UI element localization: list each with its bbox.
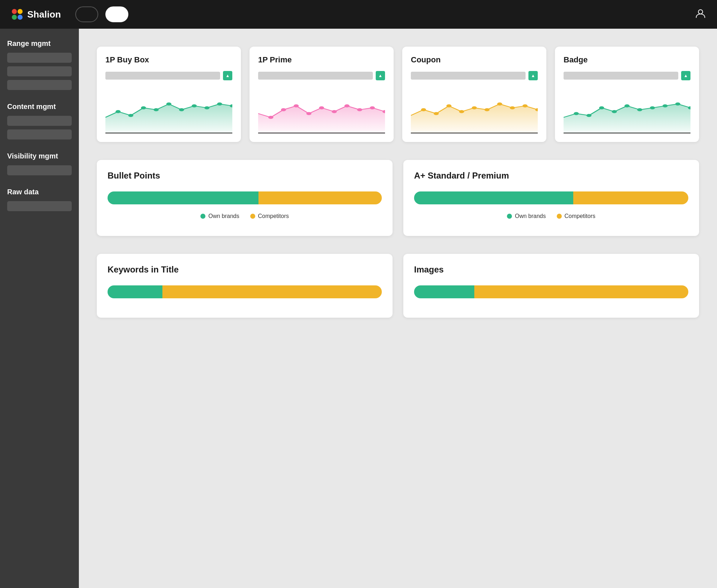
card-keywords-title-label: Keywords in Title	[108, 265, 382, 275]
sidebar-section-visibility: Visibility mgmt	[7, 152, 72, 175]
svg-point-0	[12, 9, 17, 14]
card-coupon-title: Coupon	[411, 55, 538, 65]
wide-section-row2: Keywords in Title Images	[97, 254, 699, 318]
sidebar-item-content-1[interactable]	[7, 116, 72, 126]
card-1p-prime-title: 1P Prime	[258, 55, 385, 65]
sidebar-item-raw-1[interactable]	[7, 201, 72, 211]
card-badge-arrow: ▲	[681, 71, 690, 80]
a-plus-own-dot	[507, 214, 512, 219]
card-1p-buy-box-bar-fill	[105, 72, 191, 80]
card-1p-buy-box-title: 1P Buy Box	[105, 55, 232, 65]
card-badge: Badge ▲	[555, 47, 699, 142]
sidebar: Range mgmt Content mgmt Visibility mgmt …	[0, 29, 79, 588]
a-plus-own-label: Own brands	[515, 213, 546, 219]
card-badge-bar-container: ▲	[564, 71, 690, 80]
logo-icon	[11, 8, 24, 21]
svg-point-7	[141, 106, 146, 109]
svg-point-32	[510, 106, 515, 109]
sidebar-item-content-2[interactable]	[7, 129, 72, 139]
svg-point-41	[650, 106, 655, 109]
card-1p-prime: 1P Prime ▲	[250, 47, 394, 142]
sidebar-item-range-3[interactable]	[7, 80, 72, 90]
card-coupon-bar-bg	[411, 72, 526, 80]
sidebar-item-range-1[interactable]	[7, 53, 72, 63]
svg-point-22	[357, 108, 362, 112]
svg-point-26	[434, 112, 439, 115]
a-plus-comp-label: Competitors	[565, 213, 595, 219]
card-1p-prime-bar-bg	[258, 72, 373, 80]
card-badge-bar-bg	[564, 72, 678, 80]
svg-point-30	[484, 108, 489, 112]
card-images: Images	[403, 254, 699, 318]
card-a-plus: A+ Standard / Premium Own brands Co	[403, 160, 699, 236]
card-1p-buy-box-chart	[105, 87, 232, 133]
svg-point-9	[166, 103, 171, 106]
sidebar-item-visibility-1[interactable]	[7, 165, 72, 175]
svg-point-1	[18, 9, 23, 14]
bullet-points-progress: Own brands Competitors	[108, 191, 382, 219]
svg-point-27	[446, 104, 451, 108]
bullet-points-legend: Own brands Competitors	[108, 213, 382, 219]
user-avatar-icon	[695, 8, 706, 19]
svg-point-11	[192, 104, 197, 108]
svg-point-6	[128, 114, 133, 117]
sidebar-title-content: Content mgmt	[7, 103, 72, 111]
logo: Shalion	[11, 8, 61, 21]
card-1p-buy-box-arrow: ▲	[223, 71, 232, 80]
a-plus-legend-own: Own brands	[507, 213, 546, 219]
svg-point-16	[281, 108, 286, 112]
sidebar-section-range: Range mgmt	[7, 39, 72, 90]
a-plus-progress: Own brands Competitors	[414, 191, 688, 219]
svg-point-18	[307, 112, 312, 115]
metric-cards-row: 1P Buy Box ▲	[97, 47, 699, 142]
keywords-progress	[108, 285, 382, 298]
svg-point-15	[268, 116, 273, 119]
card-coupon-bar-fill	[411, 72, 491, 80]
svg-point-17	[294, 104, 299, 108]
svg-point-42	[663, 104, 668, 108]
card-coupon-bar-container: ▲	[411, 71, 538, 80]
card-keywords-title: Keywords in Title	[97, 254, 393, 318]
images-progress	[414, 285, 688, 298]
header-btn-1[interactable]	[75, 6, 98, 22]
competitors-dot	[250, 214, 255, 219]
card-badge-title: Badge	[564, 55, 690, 65]
own-brands-dot	[200, 214, 205, 219]
svg-point-3	[18, 15, 23, 20]
svg-point-31	[497, 103, 502, 106]
card-a-plus-title: A+ Standard / Premium	[414, 171, 688, 181]
svg-point-36	[587, 114, 592, 117]
svg-point-40	[637, 108, 642, 112]
svg-point-19	[319, 106, 324, 109]
svg-point-37	[599, 106, 604, 109]
svg-point-35	[574, 112, 579, 115]
card-1p-prime-bar-fill	[258, 72, 341, 80]
card-images-title: Images	[414, 265, 688, 275]
sidebar-title-raw: Raw data	[7, 188, 72, 196]
card-1p-buy-box: 1P Buy Box ▲	[97, 47, 241, 142]
bullet-points-legend-comp: Competitors	[250, 213, 289, 219]
svg-point-23	[370, 106, 375, 109]
svg-point-39	[625, 104, 630, 108]
svg-point-13	[217, 103, 222, 106]
a-plus-legend: Own brands Competitors	[414, 213, 688, 219]
sidebar-title-visibility: Visibility mgmt	[7, 152, 72, 160]
card-coupon-chart	[411, 87, 538, 133]
header: Shalion	[0, 0, 717, 29]
logo-text: Shalion	[27, 9, 61, 20]
svg-point-38	[612, 110, 617, 113]
user-icon[interactable]	[695, 8, 706, 22]
own-brands-label: Own brands	[208, 213, 239, 219]
a-plus-legend-comp: Competitors	[557, 213, 595, 219]
card-1p-buy-box-bar-container: ▲	[105, 71, 232, 80]
sidebar-item-range-2[interactable]	[7, 66, 72, 76]
header-btn-2[interactable]	[105, 6, 128, 22]
svg-point-5	[115, 110, 120, 113]
svg-point-25	[421, 108, 426, 112]
svg-point-20	[332, 110, 337, 113]
svg-point-8	[154, 108, 159, 112]
card-bullet-points: Bullet Points Own brands Competitor	[97, 160, 393, 236]
svg-point-21	[345, 104, 350, 108]
svg-point-12	[204, 106, 209, 109]
svg-point-33	[523, 104, 528, 108]
